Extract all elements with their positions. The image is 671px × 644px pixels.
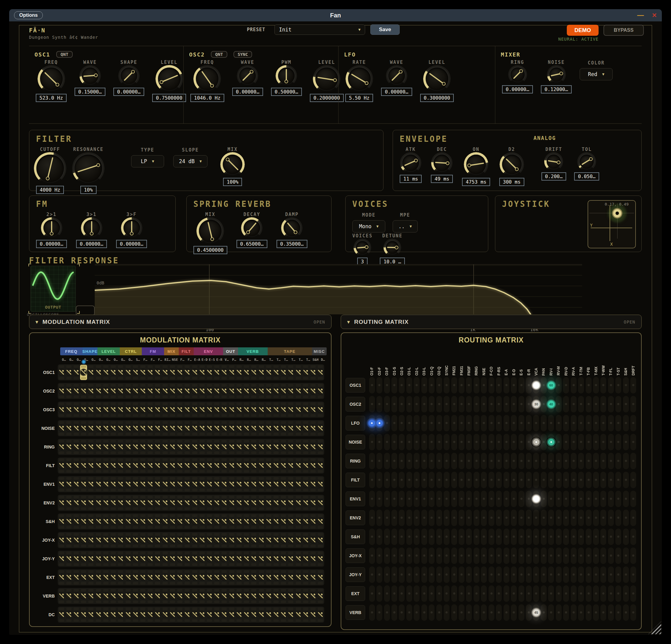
mod-cell[interactable] xyxy=(220,589,228,604)
mod-cell[interactable] xyxy=(280,607,287,622)
routing-cell[interactable] xyxy=(586,529,592,545)
mod-cell[interactable] xyxy=(95,532,102,548)
mod-cell[interactable] xyxy=(125,439,132,455)
mod-cell[interactable] xyxy=(110,607,117,622)
routing-cell[interactable] xyxy=(616,396,621,413)
mod-cell[interactable] xyxy=(147,551,154,566)
routing-cell[interactable] xyxy=(526,547,532,564)
mod-group-chip-misc[interactable]: MISC xyxy=(312,348,327,355)
routing-cell[interactable] xyxy=(519,547,524,564)
mod-cell[interactable] xyxy=(220,607,228,622)
mod-cell[interactable] xyxy=(199,570,206,585)
routing-cell[interactable] xyxy=(526,415,532,431)
routing-cell[interactable] xyxy=(481,434,487,450)
knob-value-3-f[interactable]: 0.00000… xyxy=(116,240,147,248)
mod-cell[interactable] xyxy=(295,589,302,604)
mod-cell[interactable] xyxy=(183,402,191,417)
routing-cell[interactable] xyxy=(571,491,577,507)
mod-cell[interactable] xyxy=(169,495,176,510)
routing-cell[interactable] xyxy=(369,453,375,469)
mod-cell[interactable] xyxy=(273,383,280,399)
mod-cell[interactable] xyxy=(117,439,124,455)
mod-cell[interactable] xyxy=(154,551,161,566)
knob-value-pwm[interactable]: 0.50000… xyxy=(271,88,302,96)
mod-cell[interactable] xyxy=(206,421,213,436)
mod-cell[interactable] xyxy=(302,402,309,417)
routing-cell[interactable] xyxy=(421,566,427,583)
routing-cell[interactable] xyxy=(429,547,434,564)
mod-cell[interactable] xyxy=(220,477,228,492)
mod-cell[interactable] xyxy=(309,458,317,473)
routing-cell[interactable] xyxy=(459,472,465,488)
mod-cell[interactable] xyxy=(95,402,102,417)
mod-cell[interactable] xyxy=(295,551,302,566)
routing-cell[interactable] xyxy=(511,472,517,488)
knob-freq[interactable] xyxy=(196,67,218,90)
mod-cell[interactable] xyxy=(302,551,309,566)
joystick-handle[interactable] xyxy=(612,208,622,218)
routing-cell[interactable] xyxy=(391,585,397,602)
mod-cell[interactable] xyxy=(102,365,110,380)
mod-cell[interactable] xyxy=(213,589,220,604)
routing-cell[interactable] xyxy=(466,509,472,526)
mod-cell[interactable] xyxy=(95,589,102,604)
mod-cell[interactable] xyxy=(220,514,228,529)
routing-cell[interactable] xyxy=(421,396,427,413)
mod-cell[interactable] xyxy=(280,589,287,604)
mod-cell[interactable] xyxy=(73,607,80,622)
mod-cell[interactable] xyxy=(265,365,272,380)
mod-cell[interactable] xyxy=(132,607,139,622)
mod-cell[interactable] xyxy=(250,458,257,473)
routing-cell[interactable] xyxy=(429,491,434,507)
routing-cell[interactable] xyxy=(548,585,554,602)
routing-cell[interactable] xyxy=(541,415,547,431)
mod-cell[interactable] xyxy=(183,551,191,566)
mod-cell[interactable] xyxy=(169,402,176,417)
knob-value-wave[interactable]: 0.00000… xyxy=(381,88,412,96)
mod-cell[interactable] xyxy=(317,383,324,399)
routing-cell[interactable] xyxy=(436,491,442,507)
routing-cell[interactable] xyxy=(414,377,419,393)
mod-cell[interactable] xyxy=(191,439,198,455)
routing-active-dot[interactable]: 30 xyxy=(531,399,542,409)
routing-cell[interactable] xyxy=(504,415,509,431)
routing-cell[interactable] xyxy=(586,566,592,583)
mod-cell[interactable] xyxy=(125,532,132,548)
routing-cell[interactable] xyxy=(369,491,375,507)
toggle-sync[interactable]: SYNC xyxy=(233,51,252,58)
routing-cell[interactable] xyxy=(593,472,599,488)
routing-cell[interactable] xyxy=(459,529,465,545)
mod-cell[interactable] xyxy=(309,402,317,417)
mod-cell[interactable] xyxy=(206,607,213,622)
routing-cell[interactable] xyxy=(429,434,434,450)
mod-cell[interactable] xyxy=(95,421,102,436)
routing-cell[interactable] xyxy=(481,566,487,583)
mod-cell[interactable] xyxy=(102,458,110,473)
routing-cell[interactable] xyxy=(473,566,479,583)
routing-cell[interactable] xyxy=(489,585,494,602)
mod-cell[interactable] xyxy=(273,589,280,604)
mod-cell[interactable] xyxy=(220,570,228,585)
mod-cell[interactable] xyxy=(117,477,124,492)
mod-cell[interactable] xyxy=(302,477,309,492)
routing-cell[interactable] xyxy=(526,585,532,602)
routing-cell[interactable] xyxy=(600,377,606,393)
mod-cell[interactable] xyxy=(317,477,324,492)
mod-cell[interactable] xyxy=(183,477,191,492)
mod-cell[interactable] xyxy=(287,495,294,510)
routing-cell[interactable] xyxy=(473,377,479,393)
mod-cell[interactable] xyxy=(147,439,154,455)
routing-cell[interactable] xyxy=(608,509,614,526)
mod-cell[interactable] xyxy=(280,551,287,566)
close-icon[interactable]: ✕ xyxy=(652,12,657,19)
mod-cell[interactable] xyxy=(236,532,243,548)
routing-cell[interactable] xyxy=(600,396,606,413)
routing-cell[interactable] xyxy=(436,566,442,583)
routing-cell[interactable] xyxy=(623,529,629,545)
routing-cell[interactable] xyxy=(377,604,382,621)
routing-cell[interactable] xyxy=(593,396,599,413)
routing-cell[interactable] xyxy=(444,604,450,621)
routing-cell[interactable] xyxy=(489,529,494,545)
routing-cell[interactable] xyxy=(429,415,434,431)
knob-damp[interactable] xyxy=(283,220,300,236)
